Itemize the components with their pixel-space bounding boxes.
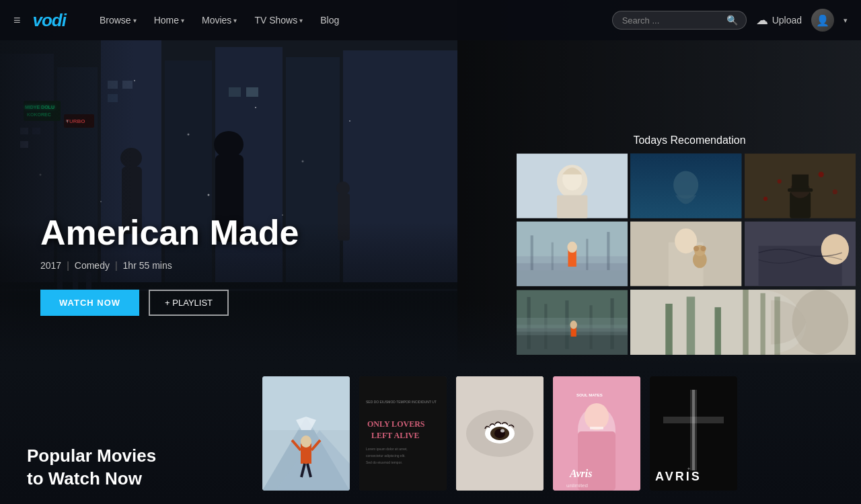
hero-meta: 2017 | Comedy | 1hr 55 mins (40, 260, 299, 271)
hero-duration: 1hr 55 mins (123, 260, 172, 271)
rec-thumbnail-8 (630, 290, 856, 355)
svg-text:ONLY LOVERS: ONLY LOVERS (367, 419, 425, 429)
search-input[interactable] (622, 15, 726, 26)
nav-movies[interactable]: Movies ▾ (195, 11, 244, 30)
upload-button[interactable]: ☁ Upload (756, 13, 802, 28)
svg-rect-46 (557, 196, 587, 218)
svg-rect-66 (586, 239, 588, 270)
site-logo[interactable]: vodi (33, 10, 66, 31)
nav-blog[interactable]: Blog (313, 11, 346, 30)
user-menu-chevron-icon[interactable]: ▾ (844, 16, 848, 25)
rec-title: Todays Recomendation (511, 47, 861, 146)
svg-rect-134 (692, 390, 695, 470)
rec-thumbnail-4 (517, 221, 628, 286)
hamburger-icon[interactable]: ≡ (13, 13, 21, 28)
movie-card-5[interactable]: AVRIS ✦ (650, 376, 737, 491)
hero-buttons: WATCH NOW + PLAYLIST (40, 290, 299, 316)
svg-text:SOUL MATES: SOUL MATES (576, 393, 603, 397)
svg-text:unlimited: unlimited (566, 482, 588, 489)
recommendation-section: Todays Recomendation (511, 47, 861, 370)
svg-text:Sed do eiusmod tempor.: Sed do eiusmod tempor. (366, 460, 402, 464)
svg-point-50 (673, 171, 698, 198)
svg-text:AVRIS: AVRIS (655, 470, 702, 483)
chevron-down-icon: ▾ (133, 17, 137, 24)
svg-rect-97 (775, 296, 780, 355)
chevron-down-icon: ▾ (181, 17, 184, 24)
rec-item-5[interactable] (630, 221, 741, 286)
svg-rect-95 (743, 290, 749, 355)
rec-item-7[interactable] (517, 290, 628, 355)
search-box: 🔍 (612, 11, 747, 30)
rec-item-1[interactable] (517, 153, 628, 218)
movie-card-2[interactable]: SED DO EIUSMOD TEMPOR INCIDIDUNT UT ONLY… (359, 376, 447, 491)
hero-section: MIDYE DOLU KOKOREC TURBO (0, 0, 861, 370)
rec-item-3[interactable] (745, 153, 856, 218)
svg-rect-63 (531, 236, 533, 271)
svg-rect-93 (715, 307, 721, 355)
svg-rect-92 (687, 296, 696, 355)
search-icon[interactable]: 🔍 (726, 15, 738, 26)
add-playlist-button[interactable]: + PLAYLIST (149, 290, 229, 316)
svg-rect-65 (607, 232, 609, 270)
chevron-down-icon: ▾ (299, 17, 303, 24)
svg-text:✦: ✦ (687, 466, 691, 471)
svg-point-68 (567, 242, 576, 253)
nav-browse[interactable]: Browse ▾ (93, 11, 143, 30)
rec-item-2[interactable] (630, 153, 741, 218)
bottom-section: Popular Movies to Watch Now (0, 363, 861, 504)
svg-rect-128 (590, 427, 603, 429)
nav-home[interactable]: Home ▾ (147, 11, 191, 30)
rec-thumbnail-5 (630, 221, 741, 286)
svg-point-59 (763, 197, 768, 201)
rec-thumbnail-2 (630, 153, 741, 218)
hero-genre: Comedy (75, 260, 110, 271)
svg-point-122 (500, 429, 504, 433)
chevron-down-icon: ▾ (233, 17, 237, 24)
rec-item-8[interactable] (630, 290, 856, 355)
svg-point-94 (792, 290, 849, 354)
svg-rect-127 (578, 431, 615, 491)
svg-text:Lorem ipsum dolor sit amet,: Lorem ipsum dolor sit amet, (366, 447, 408, 451)
nav-right: 🔍 ☁ Upload 👤 ▾ (612, 9, 848, 32)
svg-point-78 (821, 235, 848, 265)
svg-rect-91 (666, 304, 673, 355)
svg-point-126 (585, 403, 609, 430)
hero-content: American Made 2017 | Comedy | 1hr 55 min… (40, 214, 299, 316)
rec-thumbnail-6 (745, 221, 856, 286)
movie-card-1[interactable] (262, 376, 350, 491)
upload-cloud-icon: ☁ (756, 13, 768, 28)
svg-point-74 (694, 246, 699, 251)
svg-text:LEFT ALIVE: LEFT ALIVE (371, 431, 419, 440)
movie-card-4[interactable]: SOUL MATES Avris unlimited (553, 376, 640, 491)
svg-rect-55 (788, 188, 813, 192)
rec-item-6[interactable] (745, 221, 856, 286)
rec-thumbnail-1 (517, 153, 628, 218)
watch-now-button[interactable]: WATCH NOW (40, 290, 139, 316)
svg-text:SED DO EIUSMOD TEMPOR INCIDIDU: SED DO EIUSMOD TEMPOR INCIDIDUNT UT (366, 400, 437, 404)
svg-rect-96 (761, 293, 765, 355)
svg-point-103 (301, 435, 311, 448)
svg-rect-64 (552, 243, 554, 270)
rec-thumbnail-7 (517, 290, 628, 355)
rec-thumbnail-3 (745, 153, 856, 218)
svg-text:Avris: Avris (569, 468, 592, 479)
popular-title: Popular Movies to Watch Now (27, 445, 156, 491)
svg-point-56 (818, 171, 823, 177)
svg-point-71 (675, 228, 697, 253)
navbar: ≡ vodi Browse ▾ Home ▾ Movies ▾ TV Shows… (0, 0, 861, 40)
svg-rect-54 (792, 175, 809, 190)
svg-point-89 (570, 321, 577, 329)
svg-text:consectetur adipiscing elit.: consectetur adipiscing elit. (366, 454, 406, 458)
svg-point-58 (832, 190, 837, 194)
rec-item-4[interactable] (517, 221, 628, 286)
nav-links: Browse ▾ Home ▾ Movies ▾ TV Shows ▾ Blog (93, 11, 605, 30)
hero-title: American Made (40, 214, 299, 252)
svg-rect-108 (262, 376, 350, 430)
nav-tvshows[interactable]: TV Shows ▾ (248, 11, 309, 30)
svg-point-57 (777, 179, 781, 183)
avatar[interactable]: 👤 (811, 9, 834, 32)
movie-card-3[interactable] (456, 376, 544, 491)
recommendation-grid (511, 153, 861, 355)
svg-point-75 (701, 246, 706, 251)
hero-year: 2017 (40, 260, 61, 271)
